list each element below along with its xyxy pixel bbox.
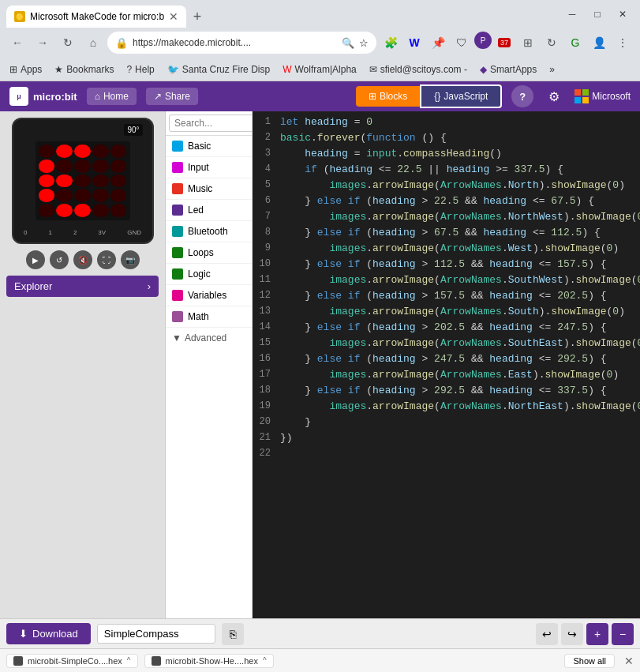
refresh-button[interactable]: ↻ — [57, 32, 79, 54]
p-icon[interactable]: 📌 — [427, 32, 449, 54]
line-content-6: } else if (heading > 22.5 && heading <= … — [280, 193, 640, 209]
code-line-5: 5 images.arrowImage(ArrowNames.North).sh… — [253, 178, 640, 193]
close-button[interactable]: ✕ — [612, 3, 634, 25]
forward-button[interactable]: → — [32, 32, 54, 54]
dl-name-1: microbit-Show-He....hex — [166, 656, 258, 666]
line-number-12: 12 — [253, 288, 280, 302]
apps-icon: ⊞ — [9, 64, 17, 75]
tab-group: ⊞ Blocks {} JavaScript — [356, 84, 502, 108]
copy-link-btn[interactable]: ⎘ — [222, 623, 244, 645]
line-number-3: 3 — [253, 146, 280, 160]
bookmark-bookmarks[interactable]: ★ Bookmarks — [51, 62, 117, 77]
code-line-7: 7 images.arrowImage(ArrowNames.NorthWest… — [253, 209, 640, 225]
microsoft-logo: Microsoft — [575, 89, 631, 103]
home-button[interactable]: ⌂ — [82, 32, 104, 54]
share-button[interactable]: ↗ Share — [146, 88, 198, 105]
category-led[interactable]: Led — [166, 200, 252, 221]
category-logic[interactable]: Logic — [166, 264, 252, 285]
address-bar[interactable]: 🔒 https://makecode.microbit.... 🔍 ☆ — [107, 32, 376, 54]
category-basic[interactable]: Basic — [166, 136, 252, 157]
purple-icon[interactable]: P — [474, 32, 492, 49]
star-icon[interactable]: ☆ — [359, 37, 369, 49]
star-bm-icon: ★ — [54, 64, 63, 75]
zoom-out-button[interactable]: − — [612, 623, 634, 645]
category-music[interactable]: Music — [166, 178, 252, 200]
search-icon: 🔍 — [342, 37, 354, 49]
sim-screenshot-btn[interactable]: 📷 — [121, 250, 140, 269]
code-editor[interactable]: 1let heading = 02basic.forever(function … — [253, 111, 640, 618]
led-0-2 — [74, 145, 91, 158]
category-input[interactable]: Input — [166, 157, 252, 178]
tab-javascript[interactable]: {} JavaScript — [420, 84, 502, 108]
back-button[interactable]: ← — [6, 32, 28, 54]
tab-blocks[interactable]: ⊞ Blocks — [356, 86, 420, 107]
sim-restart-btn[interactable]: ↺ — [50, 250, 69, 269]
avatar-icon[interactable]: 👤 — [588, 32, 610, 54]
led-2-1 — [56, 175, 73, 188]
dl-favicon-1 — [152, 656, 161, 666]
redo-button[interactable]: ↪ — [561, 623, 583, 645]
menu-button[interactable]: ⋮ — [612, 32, 634, 54]
download-item-1[interactable]: microbit-Show-He....hex ^ — [144, 654, 274, 668]
downloads-close-btn[interactable]: ✕ — [624, 655, 634, 667]
bookmark-smartapps[interactable]: ◆ SmartApps — [477, 62, 540, 77]
undo-button[interactable]: ↩ — [536, 623, 558, 645]
line-number-21: 21 — [253, 430, 280, 445]
refresh-icon2[interactable]: ↻ — [541, 32, 563, 54]
sim-fullscreen-btn[interactable]: ⛶ — [97, 250, 116, 269]
category-variables[interactable]: Variables — [166, 285, 252, 306]
bookmark-wolfram[interactable]: W Wolfram|Alpha — [279, 62, 360, 77]
sim-mute-btn[interactable]: 🔇 — [73, 250, 92, 269]
grid-icon[interactable]: ⊞ — [517, 32, 539, 54]
code-line-10: 10 } else if (heading > 112.5 && heading… — [253, 257, 640, 272]
minimize-button[interactable]: ─ — [561, 3, 583, 25]
dl-caret-0[interactable]: ^ — [127, 656, 131, 665]
led-dot — [172, 205, 183, 216]
category-advanced[interactable]: ▼ Advanced — [166, 328, 252, 348]
led-3-1 — [56, 189, 73, 202]
line-content-1: let heading = 0 — [280, 115, 640, 130]
show-all-button[interactable]: Show all — [564, 654, 615, 668]
line-content-17: images.arrowImage(ArrowNames.East).showI… — [280, 367, 640, 383]
led-0-0 — [39, 145, 55, 158]
tab-close-btn[interactable]: ✕ — [169, 10, 178, 23]
shield-icon[interactable]: 🛡 — [451, 32, 473, 54]
bookmark-email[interactable]: ✉ sfield@scitoys.com - — [366, 62, 470, 77]
extension-icon[interactable]: 🧩 — [380, 32, 402, 54]
bottom-toolbar: ⬇ Download ⎘ ↩ ↪ + − — [0, 618, 640, 648]
bookmark-santacruz[interactable]: 🐦 Santa Cruz Fire Disp — [164, 62, 273, 77]
bookmark-more[interactable]: » — [546, 62, 558, 77]
bookmark-apps[interactable]: ⊞ Apps — [6, 62, 45, 77]
new-tab-button[interactable]: + — [186, 6, 208, 28]
led-4-4 — [110, 204, 127, 217]
badge-icon[interactable]: 37 — [493, 32, 515, 54]
code-line-20: 20 } — [253, 415, 640, 430]
browser-tab[interactable]: 🟡 Microsoft MakeCode for micro:b ✕ — [6, 6, 186, 28]
maximize-button[interactable]: □ — [586, 3, 608, 25]
zoom-in-button[interactable]: + — [586, 623, 608, 645]
download-button[interactable]: ⬇ Download — [6, 623, 91, 644]
category-math[interactable]: Math — [166, 306, 252, 328]
led-label: Led — [188, 205, 204, 216]
category-bluetooth[interactable]: Bluetooth — [166, 221, 252, 242]
tab-title: Microsoft MakeCode for micro:b — [30, 11, 164, 22]
settings-button[interactable]: ⚙ — [543, 85, 565, 107]
dl-caret-1[interactable]: ^ — [263, 656, 267, 665]
w-icon[interactable]: W — [403, 32, 425, 54]
code-line-4: 4 if (heading <= 22.5 || heading >= 337.… — [253, 162, 640, 178]
logic-label: Logic — [188, 268, 211, 280]
line-number-9: 9 — [253, 241, 280, 255]
green-icon[interactable]: G — [564, 32, 586, 54]
help-button[interactable]: ? — [511, 85, 533, 107]
project-name-input[interactable] — [97, 624, 215, 644]
explorer-button[interactable]: Explorer › — [6, 276, 159, 297]
bookmark-help[interactable]: ? Help — [123, 62, 157, 77]
download-item-0[interactable]: microbit-SimpleCo....hex ^ — [6, 654, 138, 668]
category-loops[interactable]: Loops — [166, 242, 252, 264]
search-input[interactable] — [169, 115, 253, 132]
line-content-8: } else if (heading > 67.5 && heading <= … — [280, 225, 640, 241]
led-3-4 — [110, 189, 127, 202]
home-button-mc[interactable]: ⌂ Home — [87, 88, 137, 105]
sim-play-btn[interactable]: ▶ — [26, 250, 45, 269]
led-0-1 — [56, 145, 73, 158]
